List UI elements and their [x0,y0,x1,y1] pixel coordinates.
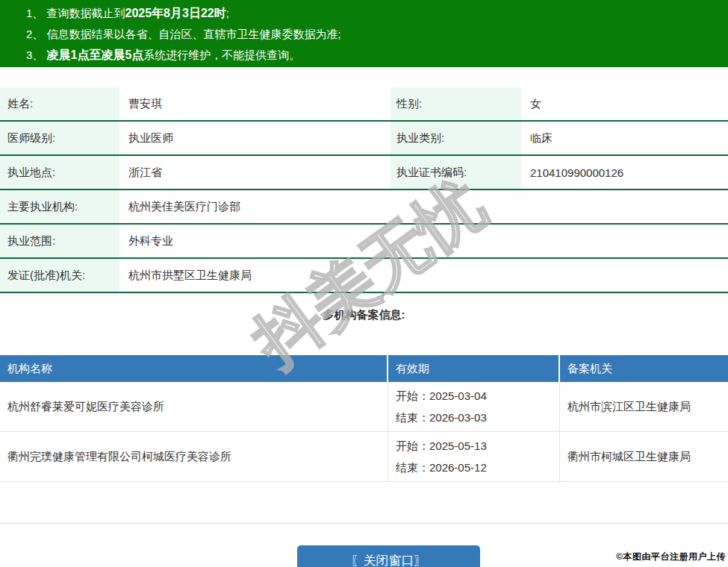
practice-category-value: 临床 [521,122,728,154]
validity-column-header: 有效期 [388,355,560,382]
profile-row-practice-scope: 执业范围: 外科专业 [0,225,728,259]
notice-line-3-pre: 3、 [26,48,47,61]
notice-line-1-bold: 2025年8月3日22时 [125,7,226,19]
org-name-cell: 杭州舒睿莱爱可妮医疗美容诊所 [0,382,388,431]
multi-org-table-header: 机构名称 有效期 备案机关 [0,355,728,382]
multi-org-section-title: 多机构备案信息: [0,308,728,322]
table-row: 衢州完璞健康管理有限公司柯城医疗美容诊所 开始：2025-05-13 结束：20… [0,432,728,482]
org-name-column-header: 机构名称 [0,355,388,382]
gender-value: 女 [521,87,728,120]
main-institution-value: 杭州美佳美医疗门诊部 [119,190,728,223]
practice-location-label: 执业地点: [0,156,119,189]
filing-authority-cell: 衢州市柯城区卫生健康局 [560,432,728,481]
multi-org-table: 机构名称 有效期 备案机关 杭州舒睿莱爱可妮医疗美容诊所 开始：2025-03-… [0,355,728,482]
validity-cell: 开始：2025-03-04 结束：2026-03-03 [388,382,560,431]
validity-start: 开始：2025-05-13 [396,435,487,457]
profile-row-issuing-authority: 发证(批准)机关: 杭州市拱墅区卫生健康局 [0,259,728,293]
practice-scope-label: 执业范围: [0,225,119,257]
issuing-authority-label: 发证(批准)机关: [0,259,119,292]
table-row: 杭州舒睿莱爱可妮医疗美容诊所 开始：2025-03-04 结束：2026-03-… [0,382,728,432]
validity-start: 开始：2025-03-04 [396,385,487,407]
practitioner-profile-table: 姓名: 曹安琪 性别: 女 医师级别: 执业医师 执业类别: 临床 执业地点: … [0,87,728,293]
doctor-level-value: 执业医师 [119,122,391,154]
footer-divider [0,523,728,524]
notice-line-3-bold: 凌晨1点至凌晨5点 [47,48,144,61]
main-institution-label: 主要执业机构: [0,190,119,223]
notice-line-1: 1、 查询数据截止到2025年8月3日22时; [26,3,721,24]
practice-location-value: 浙江省 [119,156,391,189]
notice-line-1-post: ; [226,7,229,19]
notice-banner: 1、 查询数据截止到2025年8月3日22时; 2、 信息数据结果以各省、自治区… [0,0,728,67]
filing-authority-column-header: 备案机关 [560,355,728,382]
notice-line-3-post: 系统进行维护，不能提供查询。 [143,48,300,61]
validity-end: 结束：2026-05-12 [396,457,487,478]
certificate-no-label: 执业证书编码: [391,156,521,189]
notice-line-2: 2、 信息数据结果以各省、自治区、直辖市卫生健康委数据为准; [26,24,721,45]
profile-row-level-category: 医师级别: 执业医师 执业类别: 临床 [0,122,728,156]
issuing-authority-value: 杭州市拱墅区卫生健康局 [119,259,728,292]
notice-line-1-pre: 1、 查询数据截止到 [26,7,125,19]
profile-row-main-institution: 主要执业机构: 杭州美佳美医疗门诊部 [0,190,728,225]
gender-label: 性别: [391,87,521,120]
query-result-page: 1、 查询数据截止到2025年8月3日22时; 2、 信息数据结果以各省、自治区… [0,0,728,567]
practice-scope-value: 外科专业 [119,225,728,257]
validity-end: 结束：2026-03-03 [396,407,487,428]
name-value: 曹安琪 [119,87,391,120]
practice-category-label: 执业类别: [391,122,521,154]
profile-row-name-gender: 姓名: 曹安琪 性别: 女 [0,87,728,122]
profile-row-location-cert: 执业地点: 浙江省 执业证书编码: 210410990000126 [0,156,728,190]
notice-line-3: 3、 凌晨1点至凌晨5点系统进行维护，不能提供查询。 [26,45,721,66]
validity-cell: 开始：2025-05-13 结束：2026-05-12 [388,432,560,481]
certificate-no-value: 210410990000126 [521,156,728,189]
filing-authority-cell: 杭州市滨江区卫生健康局 [560,382,728,431]
name-label: 姓名: [0,87,119,120]
org-name-cell: 衢州完璞健康管理有限公司柯城医疗美容诊所 [0,432,388,481]
uploaded-by-note: ©本图由平台注册用户上传 [616,551,726,563]
notice-line-2-pre: 2、 信息数据结果以各省、自治区、直辖市卫生健康委数据为准; [26,28,341,40]
doctor-level-label: 医师级别: [0,122,119,154]
close-window-button[interactable]: 〖关闭窗口〗 [297,545,480,567]
